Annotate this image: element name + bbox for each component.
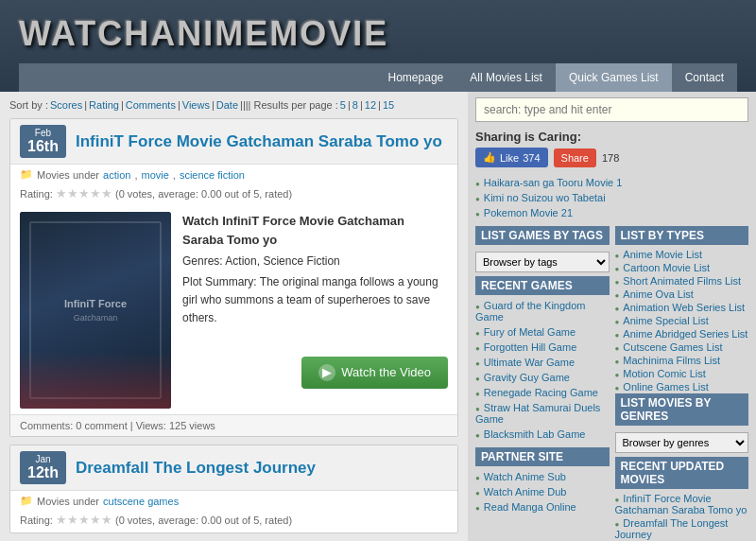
type-list: Anime Movie List Cartoon Movie List Shor… <box>615 248 749 393</box>
post-2-header: Jan 12th Dreamfall The Longest Journey <box>10 445 457 491</box>
sort-15[interactable]: 15 <box>383 99 394 111</box>
post-1-day: 16th <box>27 138 59 155</box>
post-1-meta-type: Movies under <box>37 169 99 181</box>
sort-rating[interactable]: Rating <box>89 99 119 111</box>
recent-list: Haikara-san ga Tooru Movie 1 Kimi no Sui… <box>475 175 748 220</box>
post-2-day: 12th <box>27 464 59 481</box>
sort-separator: |||| Results per page : <box>240 99 338 111</box>
search-input[interactable] <box>475 97 748 122</box>
type-8[interactable]: Machinima Films List <box>615 354 749 367</box>
folder-icon-2: 📁 <box>20 495 33 507</box>
game-7[interactable]: Blacksmith Lab Game <box>475 427 610 442</box>
post-1-image: InfiniT Force Gatchaman <box>20 212 171 409</box>
type-5[interactable]: Anime Special List <box>615 314 749 327</box>
type-4[interactable]: Animation Web Series List <box>615 301 749 314</box>
sort-8[interactable]: 8 <box>352 99 358 111</box>
sort-views[interactable]: Views <box>182 99 210 111</box>
nav-all-movies[interactable]: All Movies List <box>456 63 556 92</box>
content-area: Sort by : Scores | Rating | Comments | V… <box>0 92 468 541</box>
fb-like-button[interactable]: 👍 Like 374 <box>475 148 548 167</box>
post-2-date: Jan 12th <box>20 451 66 484</box>
post-1-image-label: InfiniT Force <box>64 298 127 309</box>
post-1-rating: Rating: ★★★★★ (0 votes, average: 0.00 ou… <box>10 184 457 206</box>
type-6[interactable]: Anime Abridged Series List <box>615 327 749 340</box>
sort-12[interactable]: 12 <box>365 99 376 111</box>
share-label: Share <box>561 152 589 164</box>
game-5[interactable]: Renegade Racing Game <box>475 385 610 400</box>
nav-homepage[interactable]: Homepage <box>375 63 457 92</box>
game-1[interactable]: Fury of Metal Game <box>475 324 610 340</box>
sort-comments[interactable]: Comments <box>126 99 176 111</box>
type-10[interactable]: Online Games List <box>615 380 749 393</box>
sort-prefix: Sort by : <box>9 99 48 111</box>
fb-like-count: 374 <box>523 152 540 164</box>
recent-movies-list: InfiniT Force Movie Gatchaman Saraba Tom… <box>615 492 749 541</box>
type-1[interactable]: Cartoon Movie List <box>615 261 749 274</box>
recent-movies-title: RECENT UPDATED MOVIES <box>615 457 749 489</box>
sort-bar: Sort by : Scores | Rating | Comments | V… <box>9 99 458 111</box>
genres-title: LIST MOVIES BY GENRES <box>615 393 749 426</box>
game-3[interactable]: Ultimate War Game <box>475 355 610 370</box>
post-1-meta: 📁 Movies under action, movie, science fi… <box>10 165 457 184</box>
recent-movie-1[interactable]: Dreamfall The Longest Journey <box>615 516 749 541</box>
nav-contact[interactable]: Contact <box>672 63 737 92</box>
sort-5[interactable]: 5 <box>340 99 346 111</box>
post-2-stars: ★★★★★ <box>56 513 112 527</box>
partner-0[interactable]: Watch Anime Sub <box>475 469 610 484</box>
post-1-footer: Comments: 0 comment | Views: 125 views <box>10 414 457 436</box>
post-1-genres: Genres: Action, Science Fiction <box>182 253 448 270</box>
type-7[interactable]: Cutscene Games List <box>615 340 749 354</box>
game-2[interactable]: Forgotten Hill Game <box>475 340 610 355</box>
tag-select[interactable]: Browser by tags <box>475 252 610 272</box>
post-2-title[interactable]: Dreamfall The Longest Journey <box>76 459 316 478</box>
partner-2[interactable]: Read Manga Online <box>475 499 610 515</box>
post-2-tag-cutscene[interactable]: cutscene games <box>103 496 179 507</box>
post-1-tag-movie[interactable]: movie <box>141 169 168 181</box>
post-2-meta: 📁 Movies under cutscene games <box>10 491 457 511</box>
sharing-title: Sharing is Caring: <box>475 130 748 144</box>
recent-games-title: RECENT GAMES <box>475 276 610 295</box>
watch-video-button[interactable]: ▶ Watch the Video <box>301 357 448 389</box>
search-box <box>475 97 748 122</box>
main-container: Sort by : Scores | Rating | Comments | V… <box>0 92 756 541</box>
post-2: Jan 12th Dreamfall The Longest Journey 📁… <box>9 445 458 533</box>
games-col: LIST GAMES BY TAGS Browser by tags RECEN… <box>475 226 610 541</box>
type-0[interactable]: Anime Movie List <box>615 248 749 261</box>
post-1-text: Watch InfiniT Force Movie Gatchaman Sara… <box>171 212 448 409</box>
genre-select[interactable]: Browser by genres <box>615 432 749 453</box>
nav-bar: Homepage All Movies List Quick Games Lis… <box>19 63 737 92</box>
recent-games-list: Guard of the Kingdom Game Fury of Metal … <box>475 298 610 442</box>
games-tags-title: LIST GAMES BY TAGS <box>475 226 610 245</box>
nav-quick-games[interactable]: Quick Games List <box>556 63 672 92</box>
game-6[interactable]: Straw Hat Samurai Duels Game <box>475 400 610 427</box>
recent-movie-0[interactable]: InfiniT Force Movie Gatchaman Saraba Tom… <box>615 492 749 516</box>
game-0[interactable]: Guard of the Kingdom Game <box>475 298 610 324</box>
type-2[interactable]: Short Animated Films List <box>615 274 749 288</box>
types-title: LIST BY TYPES <box>615 226 749 245</box>
post-1-rating-text: (0 votes, average: 0.00 out of 5, rated) <box>115 188 292 200</box>
game-4[interactable]: Gravity Guy Game <box>475 370 610 385</box>
sidebar: Sharing is Caring: 👍 Like 374 Share 178 … <box>468 92 756 541</box>
share-count: 178 <box>602 152 619 164</box>
partner-1[interactable]: Watch Anime Dub <box>475 484 610 499</box>
type-9[interactable]: Motion Comic List <box>615 367 749 380</box>
sidebar-two-col: LIST GAMES BY TAGS Browser by tags RECEN… <box>475 226 748 541</box>
post-1-date: Feb 16th <box>20 125 66 158</box>
partner-list: Watch Anime Sub Watch Anime Dub Read Man… <box>475 469 610 515</box>
post-1-plot: Plot Summary: The original manga follows… <box>182 273 448 328</box>
post-1-tag-action[interactable]: action <box>103 169 130 181</box>
post-2-rating-text: (0 votes, average: 0.00 out of 5, rated) <box>115 515 292 526</box>
share-button[interactable]: Share <box>554 148 596 167</box>
recent-item-0[interactable]: Haikara-san ga Tooru Movie 1 <box>475 175 748 190</box>
post-1-stars: ★★★★★ <box>56 186 112 201</box>
recent-item-1[interactable]: Kimi no Suizou wo Tabetai <box>475 190 748 205</box>
type-3[interactable]: Anime Ova List <box>615 288 749 301</box>
post-2-rating: Rating: ★★★★★ (0 votes, average: 0.00 ou… <box>10 511 457 532</box>
sort-date[interactable]: Date <box>216 99 238 111</box>
post-1-title[interactable]: InfiniT Force Movie Gatchaman Saraba Tom… <box>76 132 442 151</box>
post-1-tag-scifi[interactable]: science fiction <box>180 169 245 181</box>
post-2-meta-type: Movies under <box>37 496 99 507</box>
post-1-month: Feb <box>27 128 59 138</box>
sort-scores[interactable]: Scores <box>50 99 82 111</box>
recent-item-2[interactable]: Pokemon Movie 21 <box>475 205 748 220</box>
